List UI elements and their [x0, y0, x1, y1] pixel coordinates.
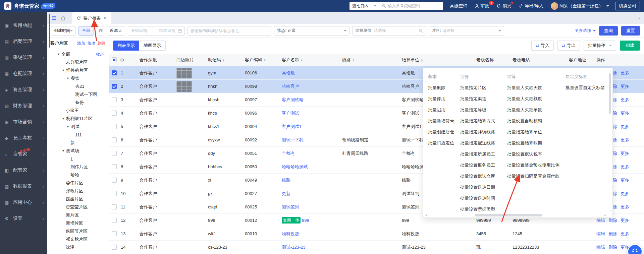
- batch-menu-item[interactable]: 批量设置奖金预收使用比例: [507, 160, 566, 171]
- batch-menu-item[interactable]: 批量设置送达时间: [460, 193, 507, 204]
- advanced-search-link[interactable]: 高级查询: [450, 3, 467, 9]
- sidebar-item-purchase-sale[interactable]: ▥采销管理›: [0, 50, 47, 66]
- customer-name-link[interactable]: 999: [302, 218, 309, 223]
- row-op-delete[interactable]: 删除: [608, 244, 617, 250]
- column-header-addr[interactable]: 客户地址: [566, 54, 594, 66]
- row-checkbox[interactable]: [112, 231, 117, 236]
- batch-menu-item[interactable]: 批量设置结算账期: [507, 137, 566, 148]
- export-button[interactable]: ⇄导出: [557, 41, 580, 51]
- tree-node[interactable]: 1: [47, 155, 109, 163]
- store-photo-thumbnail[interactable]: [176, 81, 192, 92]
- batch-menu-item[interactable]: 批量最大欠款天数: [507, 82, 566, 93]
- tree-node[interactable]: 张敏片区: [47, 187, 109, 195]
- customer-name-link[interactable]: 客户测试1: [282, 124, 302, 130]
- row-checkbox[interactable]: [112, 218, 117, 223]
- import-button[interactable]: ⇄导入: [531, 41, 554, 51]
- batch-menu-item[interactable]: 批量指定等级: [460, 104, 507, 115]
- create-time-filter[interactable]: 创建时间: [51, 26, 76, 36]
- customer-name-link[interactable]: 测试一下我: [282, 137, 304, 143]
- quick-filter-yesterday[interactable]: 昨: [97, 26, 104, 36]
- column-header-photo[interactable]: 门店照片: [174, 54, 205, 66]
- customer-name-link[interactable]: 高艳敏: [282, 70, 295, 76]
- quick-filter-all[interactable]: 全部: [78, 26, 94, 36]
- vertical-scrollbar-thumb[interactable]: [609, 73, 611, 114]
- row-checkbox[interactable]: [112, 111, 117, 116]
- keyword-input[interactable]: [187, 26, 271, 36]
- horizontal-scrollbar-thumb[interactable]: [475, 214, 542, 216]
- row-op-more[interactable]: 更多: [621, 110, 629, 116]
- switch-company-button[interactable]: 切换公司: [615, 2, 640, 10]
- customer-name-link[interactable]: 哈哈客户: [282, 83, 299, 89]
- search-button[interactable]: 查询: [599, 26, 618, 36]
- customer-name-link[interactable]: 线路: [282, 177, 290, 183]
- scroll-down-icon[interactable]: ▼: [608, 208, 612, 212]
- batch-menu-item[interactable]: 批量设置默认仓库: [460, 171, 507, 182]
- import-export-menu[interactable]: 导出/导入: [519, 3, 543, 9]
- column-header-boss[interactable]: 老板名称: [474, 54, 510, 66]
- tree-node[interactable]: 哈哈: [47, 171, 109, 179]
- batch-menu-item[interactable]: 批量指定拜访线路: [460, 126, 507, 137]
- collapse-all-link[interactable]: 收起: [96, 52, 104, 57]
- batch-menu-item[interactable]: 批量指定结算单位: [507, 126, 566, 137]
- row-op-more[interactable]: 更多: [621, 191, 629, 197]
- area-delete-link[interactable]: 删除: [97, 41, 105, 46]
- row-op-more[interactable]: 更多: [621, 137, 629, 143]
- row-checkbox[interactable]: [112, 164, 117, 169]
- row-op-delete[interactable]: 删除: [608, 217, 617, 224]
- batch-menu-item[interactable]: 批量设置送达日期: [460, 182, 507, 193]
- row-checkbox[interactable]: [112, 97, 117, 102]
- customer-name-link[interactable]: 测试-123-23: [282, 244, 306, 250]
- row-op-more[interactable]: 更多: [621, 217, 629, 224]
- sort-icon[interactable]: ▲▼: [264, 58, 266, 62]
- scroll-right-icon[interactable]: ▶: [603, 214, 607, 216]
- scroll-left-icon[interactable]: ◀: [424, 214, 428, 216]
- batch-menu-item[interactable]: 批量指定结算方式: [460, 115, 507, 126]
- batch-menu-item[interactable]: 批量设置服务员工: [460, 160, 507, 171]
- batch-menu-item[interactable]: 批量指定片区: [460, 82, 507, 93]
- area-edit-link[interactable]: 修改: [87, 41, 95, 46]
- select-all-checkbox[interactable]: [112, 57, 117, 62]
- sort-icon[interactable]: ▲▼: [352, 58, 355, 62]
- batch-menu-item[interactable]: 批量停用: [428, 93, 460, 104]
- sort-icon[interactable]: ▲▼: [421, 58, 423, 62]
- batch-menu-item[interactable]: 批量设置扫码是否金额付款: [507, 171, 566, 182]
- row-checkbox[interactable]: [112, 124, 117, 129]
- batch-operations-button[interactable]: 批量操作: [584, 41, 616, 51]
- dropdown-vertical-scrollbar[interactable]: ▲ ▼: [608, 69, 612, 212]
- settle-unit-select[interactable]: 结算单位:请选择: [352, 26, 426, 36]
- reset-button[interactable]: 重置: [621, 26, 640, 36]
- tree-node[interactable]: ▼杨利银11片区: [47, 115, 109, 123]
- list-view-button[interactable]: 列表显示: [113, 41, 139, 51]
- sidebar-item-data-reports[interactable]: ▨数据报表›: [0, 178, 47, 194]
- customer-name-link[interactable]: 测试签到: [282, 204, 299, 210]
- tree-node[interactable]: 媛媛片区: [47, 195, 109, 203]
- batch-menu-item[interactable]: 批量最大欠款单数: [507, 104, 566, 115]
- column-header-code[interactable]: 客户编码▲▼: [242, 54, 279, 66]
- row-op-more[interactable]: 更多: [621, 124, 629, 130]
- scroll-up-icon[interactable]: ▲: [608, 69, 612, 73]
- tree-node[interactable]: 刘伟片区: [47, 163, 109, 171]
- batch-menu-item[interactable]: 批量启用: [428, 104, 460, 115]
- column-header-settle[interactable]: 结算单位▲▼: [399, 54, 474, 66]
- tab-close-icon[interactable]: ✕: [103, 16, 107, 21]
- tab-list-chevron-icon[interactable]: ▾: [638, 16, 640, 20]
- tree-node[interactable]: 新增片区: [47, 219, 109, 227]
- row-checkbox[interactable]: [112, 178, 117, 183]
- map-view-button[interactable]: 地图显示: [139, 41, 166, 51]
- home-icon[interactable]: [61, 16, 65, 20]
- row-op-more[interactable]: 更多: [621, 150, 629, 156]
- batch-menu-item[interactable]: 批量设置默认税率: [507, 148, 566, 160]
- batch-menu-item[interactable]: 批量设置自定义标签: [566, 82, 608, 93]
- row-checkbox[interactable]: [112, 84, 117, 89]
- row-op-delete[interactable]: 删除: [608, 231, 617, 237]
- tree-node[interactable]: ▼餐饮: [47, 74, 109, 82]
- column-header-ops[interactable]: 操作: [594, 54, 644, 66]
- tree-node[interactable]: ▼测试: [47, 123, 109, 131]
- more-options-link[interactable]: 更多选项: [575, 28, 596, 34]
- row-checkbox[interactable]: [112, 191, 117, 196]
- order-search-input[interactable]: [388, 4, 440, 8]
- row-op-more[interactable]: 更多: [621, 231, 629, 237]
- tree-node[interactable]: 测试一下啊: [47, 90, 109, 99]
- area-select[interactable]: 片区:请选择: [429, 26, 504, 36]
- customer-name-link[interactable]: 全都有: [282, 150, 295, 156]
